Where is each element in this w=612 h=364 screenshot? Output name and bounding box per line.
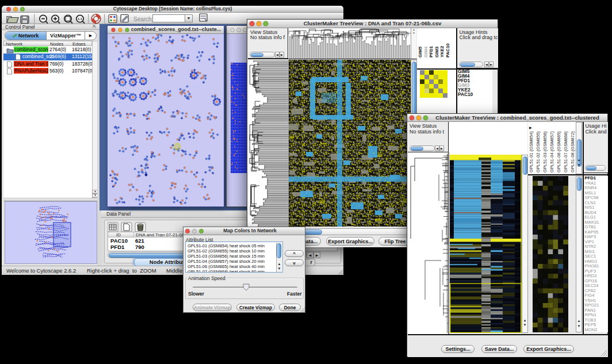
svg-text:▶: ▶	[529, 126, 532, 129]
svg-text:GPL51-04 (GSM857): GPL51-04 (GSM857)	[549, 131, 554, 173]
svg-text:GPL51-06 (GSM865): GPL51-06 (GSM865)	[556, 131, 561, 173]
svg-text:GIM3: GIM3	[434, 46, 439, 58]
svg-text:GPL51-03 (GSM856): GPL51-03 (GSM856)	[542, 131, 548, 173]
svg-text:PFD1: PFD1	[429, 45, 434, 58]
svg-text:GPL51-01 (GSM854): GPL51-01 (GSM854)	[529, 131, 534, 173]
svg-text:GPL51-07 (GSM868): GPL51-07 (GSM868)	[563, 131, 568, 173]
svg-text:GPL51-08 (GSM872): GPL51-08 (GSM872)	[570, 131, 575, 173]
svg-text:GIM4: GIM4	[423, 46, 429, 58]
svg-text:GIM5: GIM5	[418, 46, 423, 58]
svg-text:YKE2: YKE2	[439, 45, 445, 57]
svg-text:PAC10: PAC10	[445, 43, 450, 57]
svg-text:GPL51-02 (GSM855): GPL51-02 (GSM855)	[536, 131, 541, 173]
svg-text:Search:: Search:	[133, 16, 153, 22]
svg-text:1:1: 1:1	[78, 17, 82, 21]
